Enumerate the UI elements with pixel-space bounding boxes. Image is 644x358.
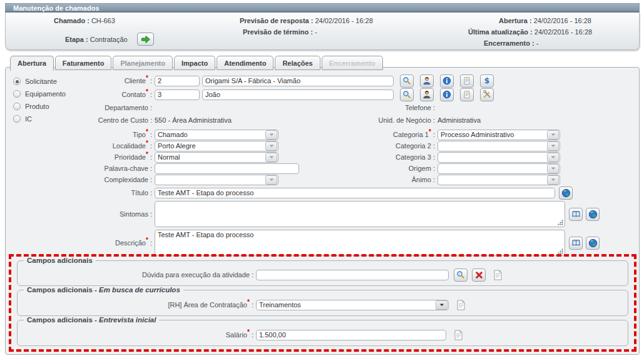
animo-select[interactable] bbox=[437, 175, 560, 185]
dropdown-arrow-icon bbox=[547, 153, 559, 162]
salario-log-icon[interactable] bbox=[454, 330, 463, 340]
cliente-code-input[interactable] bbox=[155, 76, 200, 86]
tipo-select[interactable]: Chamado bbox=[155, 130, 279, 140]
previsao-termino-label: Previsão de término : bbox=[243, 28, 313, 36]
contato-info-button[interactable] bbox=[440, 88, 454, 101]
campos-adicionais-highlight: Campos adicionais Dúvida para execução d… bbox=[9, 254, 636, 352]
categoria1-value: Processo Administrativo bbox=[438, 131, 546, 138]
cliente-search-button[interactable] bbox=[400, 74, 414, 88]
categoria1-select[interactable]: Processo Administrativo bbox=[437, 130, 560, 140]
notes-icon bbox=[463, 90, 471, 99]
contato-notes-button[interactable] bbox=[460, 88, 474, 101]
categoria2-select[interactable] bbox=[437, 141, 560, 151]
header-previsao-termino: Previsão de término : - bbox=[243, 28, 317, 36]
dropdown-arrow-icon bbox=[265, 130, 277, 140]
contato-name-input[interactable] bbox=[202, 90, 394, 100]
duvida-clear-button[interactable] bbox=[472, 268, 486, 282]
resize-grip[interactable] bbox=[558, 248, 563, 254]
sintomas-knowledge-button[interactable] bbox=[569, 208, 583, 221]
centro-custo-row: Centro de Custo : 550 - Área Administrat… bbox=[6, 114, 232, 126]
globe-icon bbox=[588, 238, 598, 248]
sintomas-textarea[interactable] bbox=[155, 201, 565, 227]
tab-planejamento[interactable]: Planejamento bbox=[113, 56, 173, 70]
cliente-row: Cliente* : bbox=[6, 74, 494, 87]
descricao-knowledge-button[interactable] bbox=[569, 237, 583, 250]
previsao-termino-value: - bbox=[315, 28, 317, 36]
duvida-search-button[interactable] bbox=[454, 268, 468, 282]
unid-negocio-label: Unid. de Negócio : bbox=[285, 116, 435, 124]
cliente-name-input[interactable] bbox=[202, 76, 394, 86]
categoria3-row: Categoria 3 : bbox=[285, 151, 560, 163]
clear-x-icon bbox=[475, 271, 483, 279]
salario-label: Salário* : bbox=[18, 331, 253, 339]
telefone-label: Telefone : bbox=[285, 104, 435, 111]
categoria3-label: Categoria 3 : bbox=[285, 153, 435, 161]
header-summary: Chamado : CH-663 Previsão de resposta : … bbox=[5, 13, 640, 50]
tab-faturamento[interactable]: Faturamento bbox=[55, 56, 112, 70]
titulo-label: Título : bbox=[6, 189, 152, 197]
localidade-value: Porto Alegre bbox=[155, 142, 265, 150]
cliente-info-button[interactable] bbox=[440, 74, 454, 88]
centro-custo-value: 550 - Área Administrativa bbox=[155, 116, 232, 124]
sintomas-label: Sintomas : bbox=[6, 210, 152, 218]
dropdown-arrow-icon bbox=[547, 141, 559, 151]
cliente-financial-button[interactable]: $ bbox=[480, 74, 494, 88]
categoria3-select[interactable] bbox=[437, 152, 560, 163]
origem-select[interactable] bbox=[437, 163, 560, 174]
tab-impacto[interactable]: Impacto bbox=[174, 56, 215, 70]
tab-atendimento[interactable]: Atendimento bbox=[217, 56, 273, 70]
advance-stage-button[interactable] bbox=[137, 33, 154, 46]
campos-adicionais-curriculos-section: Campos adicionais - Em busca de currícul… bbox=[17, 290, 628, 316]
user-icon bbox=[422, 90, 431, 99]
document-icon bbox=[493, 270, 503, 280]
sintomas-translate-button[interactable] bbox=[586, 208, 600, 221]
cliente-person-button[interactable] bbox=[420, 74, 434, 88]
contato-search-button[interactable] bbox=[400, 88, 414, 101]
window-title: Manutenção de chamados bbox=[13, 4, 100, 12]
campos-adicionais-legend: Campos adicionais bbox=[24, 257, 96, 264]
rh-area-row: [RH] Área de Contratação* : Treinamentos bbox=[18, 299, 628, 311]
localidade-row: Localidade* : Porto Alegre bbox=[6, 140, 279, 152]
cliente-label: Cliente* : bbox=[6, 77, 152, 84]
window-titlebar: Manutenção de chamados bbox=[5, 3, 640, 13]
previsao-resposta-label: Previsão de resposta : bbox=[240, 17, 313, 24]
rh-area-label: [RH] Área de Contratação* : bbox=[18, 301, 253, 309]
categoria2-label: Categoria 2 : bbox=[285, 142, 435, 150]
contato-person-button[interactable] bbox=[420, 88, 434, 101]
salario-input[interactable] bbox=[256, 330, 446, 340]
palavra-chave-label: Palavra-chave : bbox=[6, 165, 152, 172]
prioridade-label: Prioridade* : bbox=[6, 153, 152, 161]
tipo-row: Tipo* : Chamado bbox=[6, 128, 279, 141]
tab-relacoes[interactable]: Relações bbox=[275, 56, 320, 70]
titulo-translate-button[interactable] bbox=[559, 187, 573, 200]
localidade-select[interactable]: Porto Alegre bbox=[155, 141, 279, 151]
palavra-chave-row: Palavra-chave : bbox=[6, 162, 299, 175]
origem-row: Origem : bbox=[285, 162, 560, 175]
descricao-textarea[interactable]: Teste AMT - Etapa do processo bbox=[155, 230, 565, 256]
resize-grip[interactable] bbox=[558, 220, 563, 225]
duvida-input[interactable] bbox=[256, 270, 449, 280]
tab-abertura[interactable]: Abertura bbox=[10, 56, 54, 71]
search-icon bbox=[402, 90, 411, 99]
duvida-log-icon[interactable] bbox=[493, 270, 503, 280]
tipo-value: Chamado bbox=[155, 131, 265, 138]
encerramento-value: - bbox=[536, 39, 539, 47]
cliente-notes-button[interactable] bbox=[460, 74, 474, 88]
animo-label: Ânimo : bbox=[285, 176, 435, 183]
complexidade-select[interactable] bbox=[155, 175, 279, 185]
descricao-row: Descrição* : Teste AMT - Etapa do proces… bbox=[6, 229, 600, 257]
user-icon bbox=[422, 76, 431, 85]
animo-row: Ânimo : bbox=[285, 173, 560, 186]
contato-code-input[interactable] bbox=[155, 90, 200, 100]
globe-icon bbox=[588, 210, 598, 219]
chamado-label: Chamado : bbox=[54, 17, 89, 24]
descricao-translate-button[interactable] bbox=[586, 237, 600, 250]
titulo-input[interactable] bbox=[155, 188, 555, 198]
prioridade-select[interactable]: Normal bbox=[155, 152, 279, 163]
rh-area-select[interactable]: Treinamentos bbox=[256, 300, 449, 310]
contato-tools-button[interactable] bbox=[480, 88, 494, 101]
tools-icon bbox=[483, 90, 491, 99]
rh-area-log-icon[interactable] bbox=[456, 300, 466, 310]
palavra-chave-input[interactable] bbox=[155, 163, 299, 174]
header-etapa: Etapa : Contratação bbox=[65, 36, 128, 43]
